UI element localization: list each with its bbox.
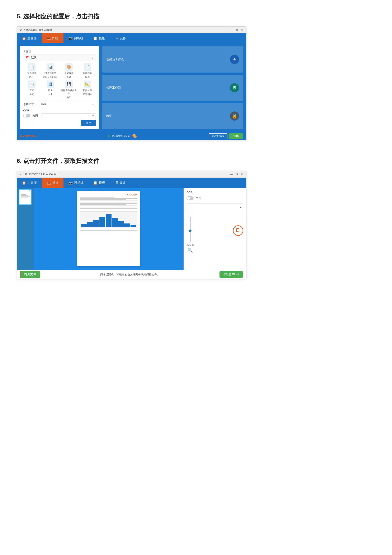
bar-6 — [112, 218, 118, 227]
workflow-label: 工作流 — [23, 50, 96, 53]
workflow-select[interactable]: 🚩 默认 ∨ — [23, 55, 96, 60]
workflow-flag: 🚩 — [25, 56, 29, 59]
title-bar-2: ← ⚙ KYOCERA Print Center — σ × — [17, 171, 246, 178]
ocr-row: OCR 关闭 ∨ — [23, 109, 96, 118]
thumb-line-2 — [21, 196, 28, 196]
nav-device-2[interactable]: 🖥 设备 — [110, 178, 131, 188]
nav-device-1[interactable]: 🖥 设备 — [110, 33, 131, 43]
config-val-7: 长边朝左 — [83, 93, 92, 96]
minimize-button-2[interactable]: — — [229, 172, 234, 176]
config-grid: 📄 文件格式 PDF 📊 扫描分辨率 200 x 200 dpi 🎨 色彩选择 … — [23, 63, 96, 99]
size-select[interactable]: 自动 ∨ — [39, 102, 96, 107]
config-item-0: 📄 文件格式 PDF — [23, 63, 40, 79]
config-name-0: 文件格式 — [27, 72, 36, 75]
right-card-new-workflow[interactable]: 创建新工作流 + — [102, 46, 243, 73]
ocr-select-chevron: ∨ — [92, 114, 94, 117]
config-val-4: 关闭 — [29, 93, 34, 96]
right-card-verify[interactable]: 验证 🔒 — [102, 103, 243, 129]
new-workflow-icon: + — [230, 55, 239, 64]
config-val-2: 全色 — [67, 76, 71, 79]
thumbnail-item-1[interactable]: 1 — [19, 189, 32, 205]
config-item-1: 📊 扫描分辨率 200 x 200 dpi — [42, 63, 59, 79]
color-icon-1: 🎨 — [132, 134, 137, 138]
config-name-4: 双面 — [29, 89, 34, 92]
bottom-middle-1: TASKalfa 3253ci 🎨 — [39, 134, 206, 138]
maximize-button-1[interactable]: σ — [235, 28, 239, 32]
nav-template-label-1: 模板 — [99, 36, 105, 40]
thumb-lines — [21, 194, 30, 200]
minimize-button-1[interactable]: — — [229, 28, 234, 32]
title-bar-back: ← — [19, 172, 23, 176]
export-file-button[interactable] — [233, 225, 243, 236]
nav-camera-2[interactable]: 📷 照相机 — [64, 178, 88, 188]
close-button-2[interactable]: × — [240, 172, 244, 176]
ocr-panel-chevron: ∨ — [239, 205, 242, 209]
app-window-2: ← ⚙ KYOCERA Print Center — σ × 🏠 主界面 📤 扫… — [17, 171, 246, 279]
export-word-button[interactable]: 导出至 Word — [220, 271, 243, 278]
bar-9 — [130, 225, 136, 227]
ocr-select[interactable]: ∨ — [42, 113, 96, 118]
scan-button-1[interactable]: 扫描 — [229, 133, 243, 139]
config-name-1: 扫描分辨率 — [44, 72, 56, 75]
nav-device-label-2: 设备 — [120, 181, 126, 185]
config-item-4: 📑 双面 关闭 — [23, 80, 40, 99]
config-val-0: PDF — [29, 76, 34, 78]
size-label: 原稿尺寸： — [23, 102, 37, 106]
config-icon-4: 📑 — [28, 80, 36, 88]
back-button[interactable]: ← — [19, 172, 23, 176]
scan-icon-1: 📤 — [47, 36, 51, 40]
camera-icon-2: 📷 — [69, 181, 73, 185]
ocr-panel-title: OCR — [186, 191, 243, 194]
nav-home-2[interactable]: 🏠 主界面 — [17, 178, 42, 188]
nav-device-label-1: 设备 — [120, 36, 126, 40]
nav-scan-1[interactable]: 📤 扫描 — [42, 33, 64, 43]
status-dot-1 — [108, 135, 109, 137]
right-panel-1: 创建新工作流 + 管理工作流 ⚙ 验证 🔒 — [102, 43, 246, 132]
right-card-manage-workflow[interactable]: 管理工作流 ⚙ — [102, 75, 243, 101]
save-button[interactable]: 保存 — [81, 120, 96, 126]
ocr-panel-toggle[interactable] — [186, 196, 194, 200]
nav-home-1[interactable]: 🏠 主界面 — [17, 33, 42, 43]
zoom-slider[interactable] — [190, 217, 191, 242]
nav-template-1[interactable]: 📋 模板 — [88, 33, 110, 43]
ocr-toggle[interactable] — [23, 114, 30, 117]
size-row: 原稿尺寸： 自动 ∨ — [23, 102, 96, 107]
scan-status-text: 扫描已完成，可在目的地文件夹中找到扫描文件。 — [43, 273, 217, 276]
preview-chart — [80, 211, 137, 228]
manage-workflow-label: 管理工作流 — [106, 86, 121, 90]
open-file-button[interactable]: 打开文件 — [20, 271, 40, 278]
scan-icon-2: 📤 — [47, 181, 51, 185]
change-scanner-button[interactable]: 更改扫描仪 — [209, 133, 228, 139]
ocr-panel-select-area: ∨ — [186, 203, 243, 210]
config-val-1: 200 x 200 dpi — [43, 76, 57, 78]
nav-template-2[interactable]: 📋 模板 — [88, 178, 110, 188]
nav-camera-1[interactable]: 📷 照相机 — [64, 33, 88, 43]
nav-scan-label-2: 扫描 — [52, 181, 58, 185]
window-title-2: KYOCERA Print Center — [29, 173, 57, 176]
main-content-1: 工作流 🚩 默认 ∨ 📄 文件格式 PDF 📊 扫描分辨率 200 x 200 … — [17, 43, 246, 132]
config-icon-0: 📄 — [28, 63, 36, 71]
config-item-5: 🖼 质量 文本 — [42, 80, 59, 99]
config-icon-3: 📄 — [84, 63, 91, 71]
svg-rect-0 — [236, 228, 239, 232]
nav-camera-label-2: 照相机 — [74, 181, 83, 185]
config-icon-2: 🎨 — [65, 63, 73, 71]
bar-1 — [81, 224, 87, 227]
zoom-slider-thumb — [189, 230, 192, 232]
config-icon-5: 🖼 — [47, 80, 54, 88]
new-workflow-label: 创建新工作流 — [106, 58, 124, 61]
close-button-1[interactable]: × — [240, 28, 244, 32]
title-bar-left-2: ← ⚙ KYOCERA Print Center — [19, 172, 57, 176]
thumb-line-6 — [21, 200, 30, 200]
app-window-1: ⚙ KYOCERA Print Center — σ × 🏠 主界面 📤 扫描 … — [17, 26, 246, 140]
nav-scan-2[interactable]: 📤 扫描 — [42, 178, 64, 188]
maximize-button-2[interactable]: σ — [235, 172, 239, 176]
thumb-page-num: 1 — [29, 190, 30, 192]
template-icon-1: 📋 — [93, 36, 98, 40]
preview-area: KYOCERA — [34, 188, 184, 270]
nav-bar-2: 🏠 主界面 📤 扫描 📷 照相机 📋 模板 🖥 设备 — [17, 178, 246, 188]
zoom-search-icon[interactable]: 🔍 — [188, 248, 193, 253]
device-icon-2: 🖥 — [115, 181, 118, 185]
nav-bar-1: 🏠 主界面 📤 扫描 📷 照相机 📋 模板 🖥 设备 — [17, 33, 246, 43]
thumb-line-4 — [21, 197, 28, 198]
